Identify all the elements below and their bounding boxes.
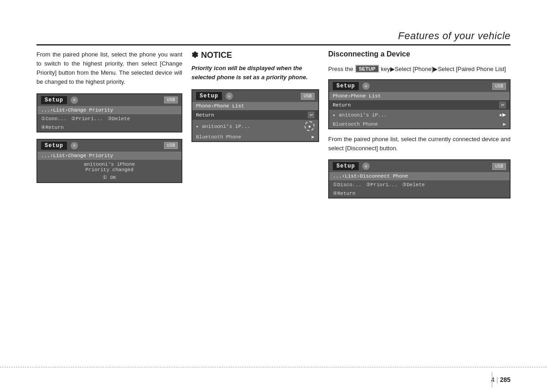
left-screen1-icon: ⊙ — [71, 97, 78, 104]
left-screen2-header: Setup ⊙ USB — [37, 140, 181, 152]
mid-screen1-title: Setup — [196, 92, 222, 100]
right-screen2-icon: ⊙ — [362, 163, 370, 170]
page-num: 285 — [500, 376, 511, 383]
right-screen1-row2: Bluetooth Phone ▶ — [329, 120, 510, 128]
left-screen2-line1: anitooni's iPhone — [41, 162, 178, 167]
page-footer: 4 | 285 — [0, 367, 547, 392]
key-action: key▶Select [Phone]▶Select [Paired Phone … — [381, 66, 506, 72]
columns-container: From the paired phone list, select the p… — [36, 50, 511, 199]
right-screen2-header: Setup ⊙ USB — [329, 160, 510, 172]
right-screen1-nav: Phone›Phone List — [329, 92, 510, 100]
mid-screen1-return-row: Return ↩ — [192, 110, 318, 120]
left-column: From the paired phone list, select the p… — [36, 50, 191, 199]
right-screen1-usb: USB — [492, 83, 506, 90]
left-screen-1: Setup ⊙ USB ...›List›Change Priority ①Co… — [36, 93, 182, 132]
press-row: Press the SETUP key▶Select [Phone]▶Selec… — [328, 65, 511, 73]
left-body-text: From the paired phone list, select the p… — [36, 50, 182, 87]
right-screen1-bt: Bluetooth Phone — [333, 122, 378, 127]
right-screen2-btn2: ②Priori... — [366, 182, 397, 188]
page-number: 4 | 285 — [491, 376, 511, 383]
right-screen2-title: Setup — [333, 162, 359, 170]
right-screen-1: Setup ⊙ USB Phone›Phone List Return ↩ ▸ … — [328, 79, 511, 129]
mid-screen1-row2: Bluetooth Phone ▶ — [192, 132, 318, 141]
right-screen2-return-label: ④Return — [333, 190, 356, 196]
left-screen2-ok: ① OK — [41, 174, 178, 180]
mid-screen-1: Setup ⊙ USB Phone›Phone List Return ↩ ▸ … — [191, 89, 319, 142]
notice-title: NOTICE — [201, 51, 232, 60]
left-screen2-title: Setup — [41, 142, 67, 150]
left-screen2-line2: Priority changed — [41, 167, 178, 173]
left-screen1-return-label: ④Return — [41, 124, 64, 130]
left-screen1-btn3: ③Delete — [108, 116, 130, 122]
mid-screen1-bt: Bluetooth Phone — [196, 134, 241, 140]
left-screen1-nav: ...›List›Change Priority — [37, 106, 181, 114]
right-screen-2: Setup ⊙ USB ...›List›Disconnect Phone ①D… — [328, 159, 511, 199]
left-screen1-buttons: ①Conn... ②Priori... ③Delete — [37, 114, 181, 123]
notice-text: Priority icon will be displayed when the… — [191, 64, 319, 82]
right-screen2-btn3: ③Delete — [402, 182, 425, 188]
mid-column: ✽ NOTICE Priority icon will be displayed… — [191, 50, 328, 199]
left-screen-2: Setup ⊙ USB ...›List›Change Priority ani… — [36, 139, 182, 183]
header-title: Features of your vehicle — [398, 30, 511, 42]
mid-screen1-return-arrow: ↩ — [308, 112, 315, 118]
left-screen1-title: Setup — [41, 96, 67, 104]
left-screen1-btn2: ②Priori... — [71, 116, 103, 122]
left-screen1-return: ④Return — [37, 123, 181, 132]
setup-key: SETUP — [355, 65, 379, 73]
mid-screen1-star: ★ — [304, 121, 315, 131]
left-screen1-header: Setup ⊙ USB — [37, 94, 181, 106]
right-body-text: From the paired phone list, select the c… — [328, 135, 511, 153]
left-screen2-center: anitooni's iPhone Priority changed ① OK — [37, 160, 181, 182]
right-screen1-row1: ▸ anitooni's iP... ★▶ — [329, 110, 510, 120]
mid-screen1-arrow: ▶ — [311, 134, 315, 140]
left-screen1-btn1: ①Conn... — [41, 116, 67, 122]
right-screen2-nav: ...›List›Disconnect Phone — [329, 172, 510, 180]
mid-screen1-usb: USB — [301, 93, 315, 100]
right-column: Disconnecting a Device Press the SETUP k… — [328, 50, 511, 199]
press-text: Press the — [328, 66, 353, 72]
left-screen1-usb: USB — [164, 97, 178, 103]
header-line — [36, 44, 511, 46]
right-screen2-usb: USB — [492, 163, 506, 170]
right-screen1-arrow: ▶ — [503, 121, 506, 127]
mid-screen1-return-label: Return — [196, 112, 214, 118]
notice-header: ✽ NOTICE — [191, 50, 319, 60]
right-screen1-title: Setup — [333, 82, 359, 90]
right-screen2-btn1: ①Disco... — [333, 182, 361, 188]
left-screen2-usb: USB — [164, 142, 178, 149]
right-screen1-header: Setup ⊙ USB — [329, 80, 510, 92]
right-screen1-device: ▸ anitooni's iP... — [333, 112, 387, 118]
mid-screen1-nav: Phone›Phone List — [192, 102, 318, 110]
left-screen2-icon: ⊙ — [71, 142, 78, 149]
right-screen1-return-label: Return — [333, 102, 351, 108]
page-header: Features of your vehicle — [0, 0, 547, 46]
right-screen1-return-arrow: ↩ — [499, 102, 506, 108]
mid-screen1-device: ▸ anitooni's iP... — [196, 123, 250, 129]
right-screen1-star: ★▶ — [499, 111, 506, 118]
right-screen2-buttons: ①Disco... ②Priori... ③Delete — [329, 180, 510, 189]
notice-symbol: ✽ — [191, 50, 198, 60]
mid-screen1-row1: ▸ anitooni's iP... ★ — [192, 120, 318, 132]
mid-screen1-icon: ⊙ — [226, 92, 233, 100]
right-screen1-icon: ⊙ — [362, 82, 370, 90]
right-screen2-return: ④Return — [329, 189, 510, 198]
main-content: From the paired phone list, select the p… — [36, 50, 511, 365]
left-screen2-nav: ...›List›Change Priority — [37, 152, 181, 160]
right-screen1-return-row: Return ↩ — [329, 100, 510, 110]
mid-screen1-header: Setup ⊙ USB — [192, 90, 318, 102]
section-heading: Disconnecting a Device — [328, 50, 511, 58]
footer-divider — [492, 372, 492, 387]
